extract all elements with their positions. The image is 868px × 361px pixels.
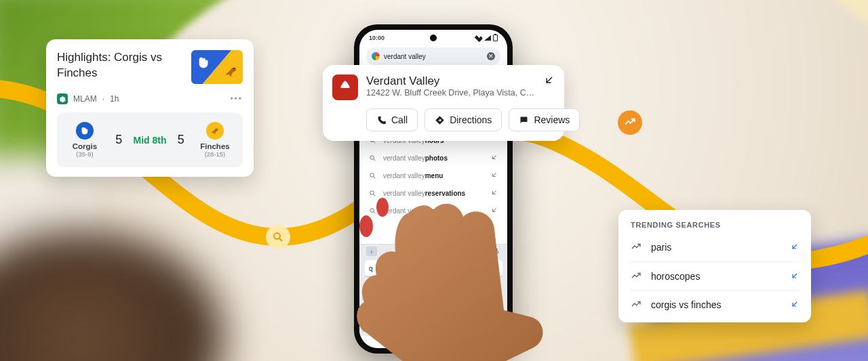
space-key[interactable]: [420, 315, 466, 331]
insert-arrow-icon[interactable]: [544, 75, 555, 100]
key-w[interactable]: w: [378, 260, 391, 276]
key-z[interactable]: z: [385, 297, 398, 313]
key-d[interactable]: d: [399, 278, 412, 295]
key-n[interactable]: n: [455, 297, 468, 313]
suggestion-suffix: reservations: [425, 190, 465, 197]
key-a[interactable]: a: [372, 278, 384, 295]
source-badge-icon: ⬢: [57, 93, 68, 104]
team-a-name: Corgis: [73, 142, 97, 150]
key-y[interactable]: y: [434, 260, 447, 276]
key-j[interactable]: j: [455, 278, 468, 295]
directions-label: Directions: [450, 114, 492, 125]
clear-input-icon[interactable]: ✕: [487, 52, 495, 60]
search-bar[interactable]: ✕: [366, 47, 500, 65]
call-label: Call: [391, 114, 408, 125]
home-indicator[interactable]: [410, 343, 457, 345]
sports-card[interactable]: Highlights: Corgis vs Finches ⬢ MLAM · 1…: [46, 39, 254, 177]
key-t[interactable]: t: [420, 260, 433, 276]
trending-item[interactable]: corgis vs finches: [631, 290, 799, 318]
comma-key[interactable]: ,: [381, 315, 399, 331]
key-q[interactable]: q: [365, 260, 378, 276]
directions-button[interactable]: Directions: [425, 108, 502, 131]
place-address: 12422 W. Bluff Creek Drive, Playa Vista,…: [366, 88, 536, 98]
trending-item[interactable]: horoscopes: [631, 261, 799, 290]
key-r[interactable]: r: [406, 260, 419, 276]
key-p[interactable]: p: [490, 260, 502, 276]
suggestion-item[interactable]: verdant valley photos: [369, 149, 498, 167]
insert-arrow-icon[interactable]: [491, 171, 498, 179]
suggestion-item[interactable]: verdant valley reservations: [369, 184, 498, 202]
search-input[interactable]: [384, 53, 483, 60]
trending-label: horoscopes: [651, 271, 700, 282]
inning-label: Mid 8th: [133, 135, 166, 146]
key-h[interactable]: h: [441, 278, 454, 295]
insert-arrow-icon[interactable]: [491, 189, 498, 197]
svg-line-20: [793, 245, 797, 249]
insert-arrow-icon[interactable]: [491, 207, 498, 215]
suggestion-prefix: verdant valley: [383, 190, 425, 197]
key-m[interactable]: m: [469, 297, 481, 313]
key-b[interactable]: b: [441, 297, 454, 313]
google-logo-icon: [372, 52, 380, 60]
sports-title: Highlights: Corgis vs Finches: [57, 50, 179, 81]
insert-arrow-icon[interactable]: [791, 271, 799, 282]
mic-icon[interactable]: [492, 247, 500, 255]
key-l[interactable]: l: [483, 278, 496, 295]
keyboard-expand-icon[interactable]: ›: [366, 247, 377, 256]
svg-line-9: [374, 176, 375, 177]
keyboard: › qwertyuiopasdfghjkl⇧zxcvbnm⌫?123,🌐.↵: [359, 244, 507, 336]
enter-key[interactable]: ↵: [487, 315, 505, 331]
place-card[interactable]: Verdant Valley 12422 W. Bluff Creek Driv…: [323, 65, 564, 141]
period-key[interactable]: .: [467, 315, 486, 331]
svg-point-0: [274, 233, 280, 239]
insert-arrow-icon[interactable]: [791, 299, 799, 310]
key-k[interactable]: k: [469, 278, 481, 295]
backspace-key[interactable]: ⌫: [483, 297, 501, 313]
svg-line-19: [547, 77, 552, 83]
stage: Highlights: Corgis vs Finches ⬢ MLAM · 1…: [0, 0, 868, 361]
trending-card: TRENDING SEARCHES parishoroscopescorgis …: [618, 210, 811, 322]
insert-arrow-icon[interactable]: [491, 154, 498, 162]
trending-label: corgis vs finches: [651, 299, 721, 310]
suggestion-prefix: verdant valley: [383, 172, 425, 179]
key-x[interactable]: x: [399, 297, 412, 313]
suggestion-list: verdant valley hoursverdant valley photo…: [359, 131, 507, 219]
scoreboard[interactable]: Corgis (35-9) 5 Mid 8th 5 Finches (28-15…: [57, 112, 243, 167]
call-button[interactable]: Call: [366, 108, 418, 131]
team-b: Finches (28-15): [195, 122, 235, 158]
trending-item[interactable]: paris: [631, 233, 799, 261]
dot: ·: [102, 94, 104, 104]
source-name: MLAM: [73, 94, 97, 104]
svg-line-13: [493, 191, 496, 194]
place-name: Verdant Valley: [366, 75, 536, 88]
team-a-icon: [76, 122, 94, 140]
suggestion-item[interactable]: verdant valley menu: [369, 167, 498, 184]
key-i[interactable]: i: [462, 260, 475, 276]
suggestion-suffix: menu: [425, 172, 443, 179]
svg-point-2: [233, 68, 235, 69]
globe-key[interactable]: 🌐: [401, 315, 419, 331]
team-a-score: 5: [115, 133, 122, 147]
time-ago: 1h: [110, 94, 119, 104]
more-menu-icon[interactable]: •••: [230, 94, 243, 104]
reviews-button[interactable]: Reviews: [509, 108, 580, 131]
team-a: Corgis (35-9): [65, 122, 104, 158]
signal-icon: [484, 35, 491, 41]
suggestion-item[interactable]: verdant valley recipes: [369, 202, 498, 219]
ribbon-trending-icon: [618, 110, 642, 135]
key-f[interactable]: f: [413, 278, 426, 295]
suggestion-prefix: verdant valley: [383, 154, 425, 162]
key-u[interactable]: u: [448, 260, 461, 276]
shift-key[interactable]: ⇧: [366, 297, 384, 313]
key-s[interactable]: s: [385, 278, 398, 295]
suggestion-suffix: photos: [425, 154, 448, 162]
key-c[interactable]: c: [413, 297, 426, 313]
key-v[interactable]: v: [427, 297, 440, 313]
insert-arrow-icon[interactable]: [791, 242, 799, 253]
key-g[interactable]: g: [427, 278, 440, 295]
numbers-key[interactable]: ?123: [361, 315, 380, 331]
key-o[interactable]: o: [476, 260, 489, 276]
wifi-icon: [475, 34, 484, 43]
sports-dual-logo: [191, 50, 243, 84]
key-e[interactable]: e: [393, 260, 406, 276]
